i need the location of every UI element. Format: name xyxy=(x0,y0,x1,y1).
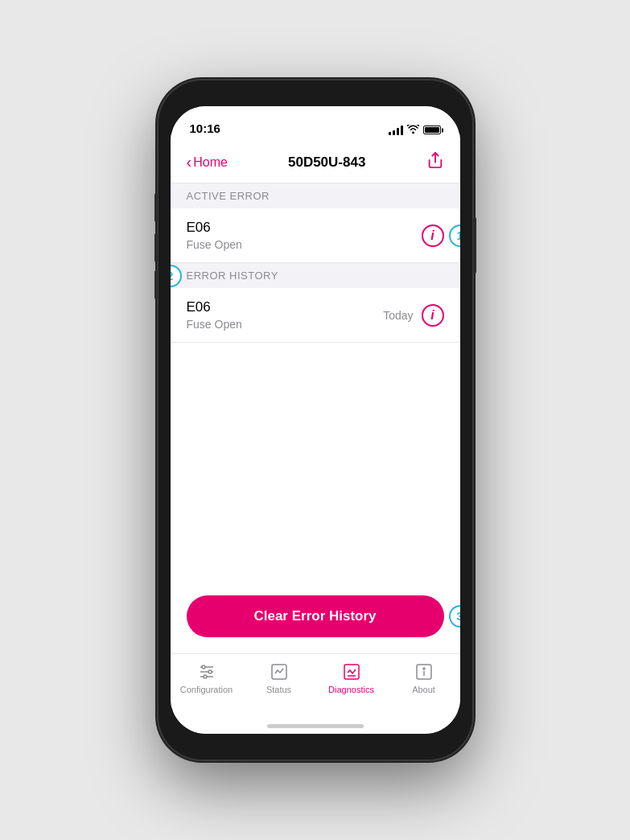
annotation-3: 3 xyxy=(449,605,460,628)
history-error-info: E06 Fuse Open xyxy=(187,299,384,331)
svg-point-6 xyxy=(204,675,207,678)
home-bar xyxy=(267,724,364,728)
history-error-info-button[interactable]: i xyxy=(422,304,444,327)
configuration-tab-label: Configuration xyxy=(180,685,233,694)
status-icons xyxy=(389,125,441,137)
share-button[interactable] xyxy=(426,151,444,173)
configuration-icon xyxy=(197,662,216,681)
active-error-code: E06 xyxy=(187,220,422,236)
clear-error-history-button[interactable]: Clear Error History xyxy=(187,595,444,637)
tab-status[interactable]: Status xyxy=(243,662,315,694)
notch xyxy=(255,80,376,105)
history-error-desc: Fuse Open xyxy=(187,318,384,331)
history-error-date: Today xyxy=(383,309,413,322)
svg-point-12 xyxy=(423,668,425,669)
diagnostics-tab-label: Diagnostics xyxy=(328,685,374,694)
tab-about[interactable]: About xyxy=(388,662,460,694)
active-error-desc: Fuse Open xyxy=(187,238,422,251)
status-time: 10:16 xyxy=(190,121,220,137)
error-history-header: ERROR HISTORY xyxy=(171,263,460,288)
error-history-section: 2 ERROR HISTORY xyxy=(171,263,460,288)
phone-screen: 10:16 xyxy=(171,106,460,734)
active-error-info: E06 Fuse Open xyxy=(187,220,422,251)
phone-frame: 10:16 xyxy=(159,80,472,760)
content-area: ACTIVE ERROR E06 Fuse Open i 1 2 xyxy=(171,183,460,653)
clear-button-area: Clear Error History 3 xyxy=(171,579,460,653)
active-error-header: ACTIVE ERROR xyxy=(171,183,460,208)
tab-configuration[interactable]: Configuration xyxy=(171,662,243,694)
status-bar: 10:16 xyxy=(171,106,460,142)
tab-diagnostics[interactable]: Diagnostics xyxy=(315,662,388,694)
status-icon xyxy=(270,662,289,681)
chevron-left-icon: ‹ xyxy=(187,154,192,170)
page-title: 50D50U-843 xyxy=(228,154,426,171)
home-indicator xyxy=(171,718,460,734)
history-error-row: E06 Fuse Open Today i xyxy=(171,288,460,343)
wifi-icon xyxy=(407,125,419,135)
navigation-bar: ‹ Home 50D50U-843 xyxy=(171,142,460,183)
svg-point-4 xyxy=(202,665,205,669)
svg-point-5 xyxy=(208,670,212,673)
back-button[interactable]: ‹ Home xyxy=(187,154,228,170)
active-error-info-button[interactable]: i xyxy=(422,224,444,247)
status-tab-label: Status xyxy=(266,685,291,694)
tab-bar: Configuration Status Diagnostics xyxy=(171,653,460,718)
diagnostics-icon xyxy=(342,662,361,681)
active-error-row: E06 Fuse Open i 1 xyxy=(171,208,460,263)
signal-icon xyxy=(389,126,403,135)
history-error-code: E06 xyxy=(187,299,384,315)
battery-icon xyxy=(423,126,441,134)
about-tab-label: About xyxy=(412,685,435,694)
about-icon xyxy=(414,662,434,681)
back-label: Home xyxy=(193,155,228,170)
content-spacer xyxy=(171,343,460,579)
annotation-1: 1 xyxy=(449,224,460,247)
